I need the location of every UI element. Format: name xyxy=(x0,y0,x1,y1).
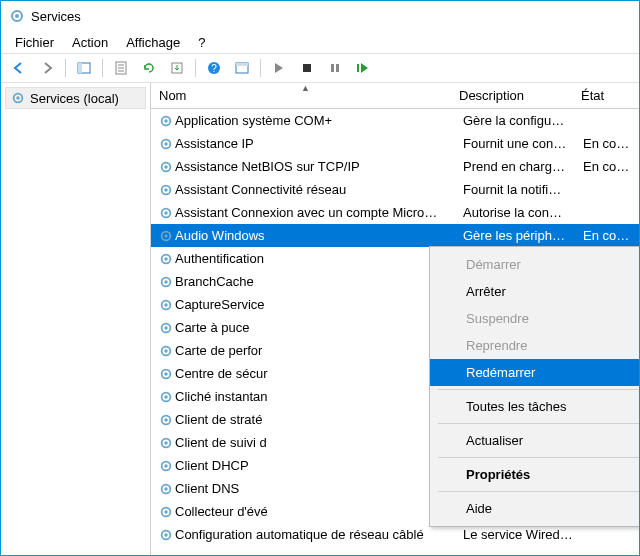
menu-item-start[interactable]: Démarrer xyxy=(430,251,639,278)
main-panel: ▲ Nom Description État Application systè… xyxy=(151,83,639,555)
service-icon xyxy=(157,229,175,243)
service-name: Configuration automatique de réseau câbl… xyxy=(175,527,463,542)
service-name: Centre de sécur xyxy=(175,366,463,381)
svg-point-1 xyxy=(15,14,19,18)
menu-item-all-tasks[interactable]: Toutes les tâches xyxy=(430,393,639,420)
svg-point-48 xyxy=(164,441,168,445)
service-icon xyxy=(157,183,175,197)
menu-item-help[interactable]: Aide xyxy=(430,495,639,522)
service-state: En co… xyxy=(583,228,639,243)
svg-point-28 xyxy=(164,211,168,215)
menu-item-stop[interactable]: Arrêter xyxy=(430,278,639,305)
svg-point-26 xyxy=(164,188,168,192)
service-icon xyxy=(157,298,175,312)
svg-rect-16 xyxy=(357,64,359,72)
service-name: Assistant Connexion avec un compte Micro… xyxy=(175,205,463,220)
svg-point-32 xyxy=(164,257,168,261)
column-headers: ▲ Nom Description État xyxy=(151,83,639,109)
service-icon xyxy=(157,137,175,151)
svg-rect-14 xyxy=(331,64,334,72)
menu-action[interactable]: Action xyxy=(64,33,116,52)
menu-separator xyxy=(438,423,639,424)
service-row[interactable]: Assistance NetBIOS sur TCP/IPPrend en ch… xyxy=(151,155,639,178)
service-name: Client de straté xyxy=(175,412,463,427)
refresh-button[interactable] xyxy=(137,57,161,79)
service-icon xyxy=(157,275,175,289)
service-row[interactable]: Application système COM+Gère la configu… xyxy=(151,109,639,132)
service-icon xyxy=(157,436,175,450)
stop-button[interactable] xyxy=(295,57,319,79)
content-area: Services (local) ▲ Nom Description État … xyxy=(1,83,639,555)
service-icon xyxy=(157,390,175,404)
menu-item-properties[interactable]: Propriétés xyxy=(430,461,639,488)
svg-point-50 xyxy=(164,464,168,468)
services-icon xyxy=(9,8,25,24)
sidebar-item-label: Services (local) xyxy=(30,91,119,106)
service-name: Assistance NetBIOS sur TCP/IP xyxy=(175,159,463,174)
sidebar-item-services-local[interactable]: Services (local) xyxy=(5,87,146,109)
svg-point-30 xyxy=(164,234,168,238)
svg-point-56 xyxy=(164,533,168,537)
show-hide-tree-button[interactable] xyxy=(72,57,96,79)
svg-point-46 xyxy=(164,418,168,422)
item-help-button[interactable] xyxy=(230,57,254,79)
forward-button[interactable] xyxy=(35,57,59,79)
service-icon xyxy=(157,344,175,358)
toolbar-separator xyxy=(195,59,196,77)
service-name: Assistance IP xyxy=(175,136,463,151)
column-header-description[interactable]: Description xyxy=(451,84,573,107)
service-name: Client DNS xyxy=(175,481,463,496)
play-button[interactable] xyxy=(267,57,291,79)
menu-help[interactable]: ? xyxy=(190,33,213,52)
services-icon xyxy=(10,90,26,106)
service-description: Prend en charg… xyxy=(463,159,583,174)
titlebar: Services xyxy=(1,1,639,31)
sidebar: Services (local) xyxy=(1,83,151,555)
svg-rect-3 xyxy=(78,63,82,73)
menu-item-resume[interactable]: Reprendre xyxy=(430,332,639,359)
menu-item-refresh[interactable]: Actualiser xyxy=(430,427,639,454)
sort-indicator-icon: ▲ xyxy=(301,83,310,93)
service-icon xyxy=(157,252,175,266)
toolbar-separator xyxy=(260,59,261,77)
svg-point-54 xyxy=(164,510,168,514)
menu-view[interactable]: Affichage xyxy=(118,33,188,52)
service-state: En co… xyxy=(583,136,639,151)
menu-file[interactable]: Fichier xyxy=(7,33,62,52)
service-description: Fournit la notifi… xyxy=(463,182,583,197)
svg-point-34 xyxy=(164,280,168,284)
service-name: Client DHCP xyxy=(175,458,463,473)
context-menu: Démarrer Arrêter Suspendre Reprendre Red… xyxy=(429,246,639,527)
service-icon xyxy=(157,114,175,128)
toolbar-separator xyxy=(65,59,66,77)
pause-button[interactable] xyxy=(323,57,347,79)
restart-button[interactable] xyxy=(351,57,375,79)
svg-point-24 xyxy=(164,165,168,169)
svg-point-22 xyxy=(164,142,168,146)
service-icon xyxy=(157,459,175,473)
service-description: Autorise la con… xyxy=(463,205,583,220)
service-icon xyxy=(157,528,175,542)
service-row[interactable]: Audio WindowsGère les périph…En co… xyxy=(151,224,639,247)
service-icon xyxy=(157,413,175,427)
back-button[interactable] xyxy=(7,57,31,79)
svg-rect-12 xyxy=(236,63,248,66)
service-name: Client de suivi d xyxy=(175,435,463,450)
service-row[interactable]: Assistant Connectivité réseauFournit la … xyxy=(151,178,639,201)
service-state: En co… xyxy=(583,159,639,174)
export-button[interactable] xyxy=(165,57,189,79)
menu-item-pause[interactable]: Suspendre xyxy=(430,305,639,332)
service-icon xyxy=(157,160,175,174)
help-button[interactable]: ? xyxy=(202,57,226,79)
service-name: Carte à puce xyxy=(175,320,463,335)
properties-button[interactable] xyxy=(109,57,133,79)
service-row[interactable]: Assistance IPFournit une con…En co… xyxy=(151,132,639,155)
service-row[interactable]: Assistant Connexion avec un compte Micro… xyxy=(151,201,639,224)
service-name: Assistant Connectivité réseau xyxy=(175,182,463,197)
service-name: Collecteur d'évé xyxy=(175,504,463,519)
column-header-state[interactable]: État xyxy=(573,84,639,107)
menu-item-restart[interactable]: Redémarrer xyxy=(430,359,639,386)
svg-rect-15 xyxy=(336,64,339,72)
svg-point-40 xyxy=(164,349,168,353)
service-description: Gère la configu… xyxy=(463,113,583,128)
